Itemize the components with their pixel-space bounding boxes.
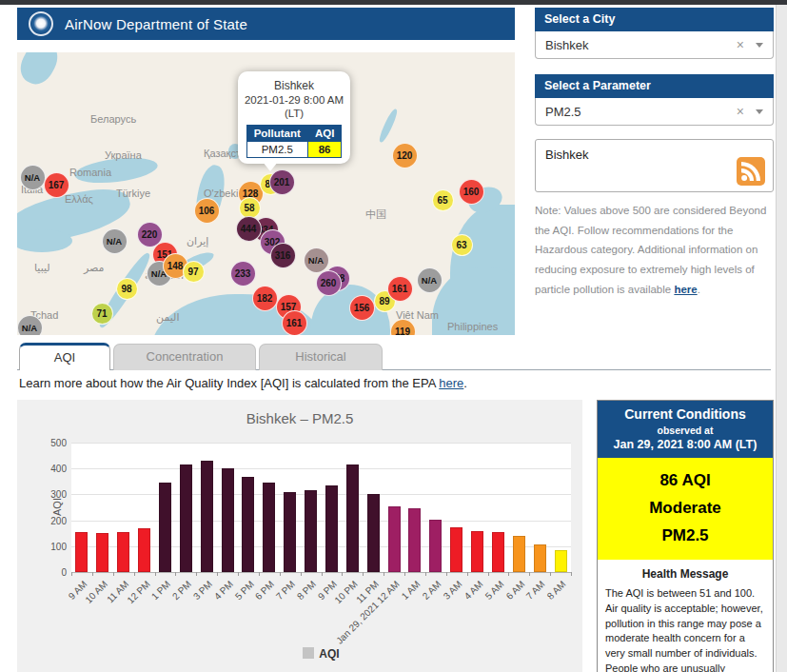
- chart-bar[interactable]: [96, 533, 108, 572]
- chart-bar[interactable]: [159, 483, 171, 572]
- map-popup: Bishkek 2021-01-29 8:00 AM (LT) Pollutan…: [238, 71, 350, 164]
- map-aqi-marker[interactable]: 120: [392, 143, 418, 168]
- chart-bar[interactable]: [284, 492, 296, 572]
- chart-gridline: [71, 494, 571, 495]
- learn-more-prefix: Learn more about how the Air Quality Ind…: [19, 376, 439, 390]
- chart-y-axis-label: AQI: [51, 498, 63, 516]
- map-place-label: ليبيا: [34, 262, 50, 274]
- chart-x-tick: [71, 572, 72, 576]
- map-popup-arrow: [263, 162, 278, 179]
- map-place-label: Romania: [69, 167, 111, 178]
- current-conditions-title: Current Conditions: [601, 406, 769, 422]
- chart-gridline: [71, 443, 571, 444]
- observed-at-label: observed at: [601, 425, 769, 436]
- chart-bar[interactable]: [429, 520, 442, 572]
- current-aqi-category: Moderate: [601, 495, 769, 523]
- chart-x-tick: [384, 572, 384, 576]
- chart-bar[interactable]: [201, 461, 213, 573]
- chart-bar[interactable]: [325, 485, 338, 572]
- map-aqi-marker[interactable]: 97: [183, 261, 205, 283]
- learn-more-link[interactable]: here: [439, 376, 463, 390]
- map-aqi-marker[interactable]: 98: [116, 278, 138, 300]
- chart-bar[interactable]: [408, 508, 421, 572]
- map-aqi-marker[interactable]: 161: [282, 310, 307, 336]
- map-aqi-marker[interactable]: 71: [91, 303, 113, 325]
- map-aqi-marker[interactable]: N/A: [417, 267, 443, 293]
- chart-bar[interactable]: [492, 532, 504, 572]
- chart-x-tick: [425, 572, 426, 576]
- chart-x-tick-label: 6 AM: [503, 579, 526, 602]
- map-aqi-marker[interactable]: 444: [236, 216, 262, 242]
- beyond-aqi-note: Note: Values above 500 are considered Be…: [535, 201, 774, 299]
- map-aqi-marker[interactable]: N/A: [20, 165, 46, 190]
- map-place-label: Philippines: [447, 321, 498, 332]
- chart-bar[interactable]: [367, 494, 380, 572]
- chart-bar[interactable]: [263, 483, 275, 572]
- chart-bar[interactable]: [388, 506, 401, 572]
- map-place-label: اليمن: [156, 311, 179, 324]
- current-conditions-header: Current Conditions observed at Jan 29, 2…: [598, 401, 773, 458]
- map-aqi-marker[interactable]: 233: [230, 261, 256, 287]
- tab-concentration[interactable]: Concentration: [113, 344, 256, 370]
- chart-bar[interactable]: [180, 464, 192, 572]
- tab-aqi[interactable]: AQI: [19, 343, 110, 370]
- map-aqi-marker[interactable]: 160: [459, 179, 484, 205]
- parameter-clear-icon[interactable]: ×: [737, 105, 744, 118]
- map-aqi-marker[interactable]: N/A: [304, 247, 329, 273]
- city-caret-down-icon[interactable]: [756, 43, 763, 51]
- parameter-caret-down-icon[interactable]: [756, 109, 763, 118]
- learn-more-text: Learn more about how the Air Quality Ind…: [19, 376, 467, 390]
- map-aqi-marker[interactable]: 161: [387, 276, 413, 302]
- map-aqi-marker[interactable]: 65: [432, 189, 454, 211]
- chart-x-tick: [217, 572, 218, 576]
- chart-bar[interactable]: [534, 544, 546, 572]
- app-header: AirNow Department of State: [17, 8, 515, 40]
- city-select[interactable]: Bishkek ×: [535, 31, 774, 59]
- legend-label: AQI: [319, 647, 339, 661]
- legend-swatch-icon: [303, 647, 314, 659]
- chart-bar[interactable]: [222, 468, 234, 572]
- chart-bar[interactable]: [75, 532, 88, 572]
- map-aqi-marker[interactable]: 63: [451, 234, 473, 256]
- map-aqi-marker[interactable]: 106: [194, 198, 220, 224]
- chart-x-tick-label: 10 AM: [84, 579, 110, 605]
- chart-x-tick: [134, 572, 135, 576]
- current-aqi-value: 86 AQI: [601, 467, 769, 495]
- map-place-label: مصر: [84, 262, 105, 274]
- map-aqi-marker[interactable]: 156: [349, 295, 375, 321]
- map-aqi-marker[interactable]: 119: [390, 319, 416, 336]
- map-aqi-marker[interactable]: 167: [44, 172, 69, 198]
- city-clear-icon[interactable]: ×: [737, 38, 744, 51]
- popup-table: Pollutant AQI PM2.5 86: [246, 125, 343, 158]
- rss-icon[interactable]: [737, 157, 765, 186]
- chart-bar[interactable]: [513, 536, 525, 572]
- note-link[interactable]: here: [674, 284, 697, 295]
- map-aqi-marker[interactable]: 260: [316, 270, 342, 296]
- chart-bar[interactable]: [450, 527, 462, 572]
- chart-bar[interactable]: [117, 532, 129, 572]
- map-aqi-marker[interactable]: N/A: [102, 228, 128, 254]
- parameter-select[interactable]: PM2.5 ×: [535, 98, 774, 126]
- tab-historical[interactable]: Historical: [259, 344, 383, 370]
- map-aqi-marker[interactable]: 316: [270, 243, 296, 268]
- chart-bar[interactable]: [471, 531, 483, 572]
- chart-bar[interactable]: [305, 490, 317, 572]
- chart-bar[interactable]: [242, 477, 254, 572]
- rss-feed-box: Bishkek: [535, 139, 774, 192]
- aqi-map[interactable]: БеларусьУкраїнаRomaniaItaliaΕλλάςTürkiye…: [17, 52, 515, 335]
- chart-y-tick-label: 200: [32, 516, 67, 526]
- page-scrollbar[interactable]: [776, 5, 787, 672]
- chart-bar[interactable]: [555, 550, 567, 572]
- chart-bar[interactable]: [138, 528, 150, 572]
- chart-x-tick: [196, 572, 197, 576]
- chart-x-tick: [259, 572, 260, 576]
- chart-legend[interactable]: AQI: [71, 647, 571, 661]
- map-aqi-marker[interactable]: 182: [252, 286, 278, 311]
- map-aqi-marker[interactable]: N/A: [17, 315, 43, 336]
- chart-x-tick: [155, 572, 156, 576]
- chart-x-tick: [404, 572, 405, 576]
- chart-plot-area: 9 AM10 AM11 AM12 PM1 PM2 PM3 PM4 PM5 PM6…: [71, 443, 571, 573]
- chart-x-tick: [508, 572, 509, 576]
- chart-bar[interactable]: [346, 464, 359, 572]
- chart-x-tick-label: 5 PM: [232, 579, 255, 602]
